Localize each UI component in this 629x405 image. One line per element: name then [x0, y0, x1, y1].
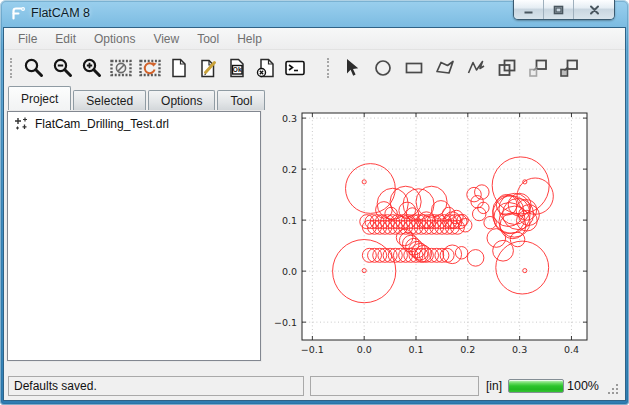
- window-controls: [513, 0, 615, 20]
- svg-text:0.0: 0.0: [282, 266, 297, 277]
- menu-bar: File Edit Options View Tool Help: [4, 28, 625, 50]
- zoom-fit-icon: [22, 56, 46, 80]
- toolbar-handle[interactable]: [10, 58, 12, 78]
- add-circle-icon: [371, 56, 395, 80]
- status-secondary-panel: [310, 376, 479, 396]
- menu-view[interactable]: View: [144, 29, 188, 49]
- new-project-button[interactable]: [164, 54, 193, 82]
- title-bar[interactable]: FlatCAM 8: [0, 0, 629, 27]
- resize-grip[interactable]: [608, 384, 619, 395]
- progress-percent-label: 100%: [567, 379, 599, 393]
- window-title: FlatCAM 8: [31, 6, 90, 20]
- svg-text:0.3: 0.3: [282, 113, 297, 124]
- save-project-icon: Ok: [225, 56, 249, 80]
- svg-text:0.3: 0.3: [512, 344, 527, 355]
- clear-plot-icon: [109, 56, 133, 80]
- toolbar-handle-2[interactable]: [327, 58, 329, 78]
- maximize-icon: [553, 5, 564, 15]
- tree-item-label: FlatCam_Drilling_Test.drl: [35, 117, 169, 131]
- new-project-icon: [167, 56, 191, 80]
- clear-plot-button[interactable]: [106, 54, 135, 82]
- move-objects-icon: [557, 56, 581, 80]
- minimize-icon: [523, 5, 534, 15]
- menu-tool[interactable]: Tool: [188, 29, 228, 49]
- zoom-fit-button[interactable]: [19, 54, 48, 82]
- svg-text:0.2: 0.2: [282, 164, 297, 175]
- minimize-button[interactable]: [514, 0, 544, 19]
- project-tree[interactable]: FlatCam_Drilling_Test.drl: [7, 111, 261, 361]
- svg-text:0.0: 0.0: [357, 344, 372, 355]
- svg-text:0.4: 0.4: [564, 344, 579, 355]
- svg-text:−0.1: −0.1: [301, 344, 324, 355]
- progress-bar: [508, 379, 564, 393]
- menu-file[interactable]: File: [9, 29, 46, 49]
- tab-project[interactable]: Project: [8, 86, 71, 110]
- zoom-out-icon: [51, 56, 75, 80]
- plot-svg: −0.10.00.10.20.30.4−0.10.00.10.20.3: [266, 110, 622, 364]
- maximize-button[interactable]: [544, 0, 574, 19]
- tab-options-label: Options: [161, 94, 202, 108]
- open-project-icon: [196, 56, 220, 80]
- client-area: File Edit Options View Tool Help: [3, 27, 626, 401]
- add-polygon-button[interactable]: [429, 54, 460, 82]
- tab-selected[interactable]: Selected: [73, 90, 146, 110]
- replot-icon: [138, 56, 162, 80]
- drill-file-icon: [14, 116, 29, 131]
- tab-project-label: Project: [21, 92, 58, 106]
- status-bar: Defaults saved. [in] 100%: [4, 372, 625, 399]
- shell-icon: [283, 56, 307, 80]
- select-icon: [340, 56, 364, 80]
- tab-tool[interactable]: Tool: [217, 90, 265, 110]
- app-logo-icon: [10, 5, 26, 21]
- open-project-button[interactable]: [193, 54, 222, 82]
- select-button[interactable]: [336, 54, 367, 82]
- replot-button[interactable]: [135, 54, 164, 82]
- add-rectangle-icon: [402, 56, 426, 80]
- flatcam-window: FlatCAM 8 File Edit Options View Tool He…: [0, 0, 629, 405]
- status-message-panel: Defaults saved.: [8, 376, 304, 396]
- plot-canvas[interactable]: −0.10.00.10.20.30.4−0.10.00.10.20.3: [266, 110, 624, 364]
- close-icon: [589, 5, 600, 15]
- toolbar: Ok: [4, 50, 625, 86]
- svg-text:0.1: 0.1: [282, 215, 297, 226]
- add-rectangle-button[interactable]: [398, 54, 429, 82]
- tab-options[interactable]: Options: [148, 90, 215, 110]
- menu-edit[interactable]: Edit: [46, 29, 85, 49]
- svg-text:−0.1: −0.1: [274, 317, 297, 328]
- add-polygon-icon: [433, 56, 457, 80]
- zoom-in-button[interactable]: [77, 54, 106, 82]
- union-button[interactable]: [491, 54, 522, 82]
- move-objects-button[interactable]: [553, 54, 584, 82]
- svg-text:Ok: Ok: [232, 66, 241, 73]
- copy-objects-icon: [526, 56, 550, 80]
- tab-bar: Project Selected Options Tool: [4, 86, 625, 110]
- units-indicator: [in]: [486, 379, 502, 393]
- shell-button[interactable]: [280, 54, 309, 82]
- close-button[interactable]: [574, 0, 614, 19]
- svg-text:0.1: 0.1: [408, 344, 423, 355]
- union-icon: [495, 56, 519, 80]
- zoom-out-button[interactable]: [48, 54, 77, 82]
- menu-options[interactable]: Options: [85, 29, 144, 49]
- copy-objects-button[interactable]: [522, 54, 553, 82]
- tab-selected-label: Selected: [86, 94, 133, 108]
- add-path-icon: [464, 56, 488, 80]
- tree-item-drill-file[interactable]: FlatCam_Drilling_Test.drl: [8, 112, 260, 131]
- status-message: Defaults saved.: [14, 379, 97, 393]
- delete-object-icon: [254, 56, 278, 80]
- delete-object-button[interactable]: [251, 54, 280, 82]
- tab-tool-label: Tool: [230, 94, 252, 108]
- save-project-button[interactable]: Ok: [222, 54, 251, 82]
- zoom-in-icon: [80, 56, 104, 80]
- add-circle-button[interactable]: [367, 54, 398, 82]
- main-content: FlatCam_Drilling_Test.drl −0.10.00.10.20…: [4, 110, 625, 364]
- menu-help[interactable]: Help: [228, 29, 271, 49]
- svg-text:0.2: 0.2: [460, 344, 475, 355]
- add-path-button[interactable]: [460, 54, 491, 82]
